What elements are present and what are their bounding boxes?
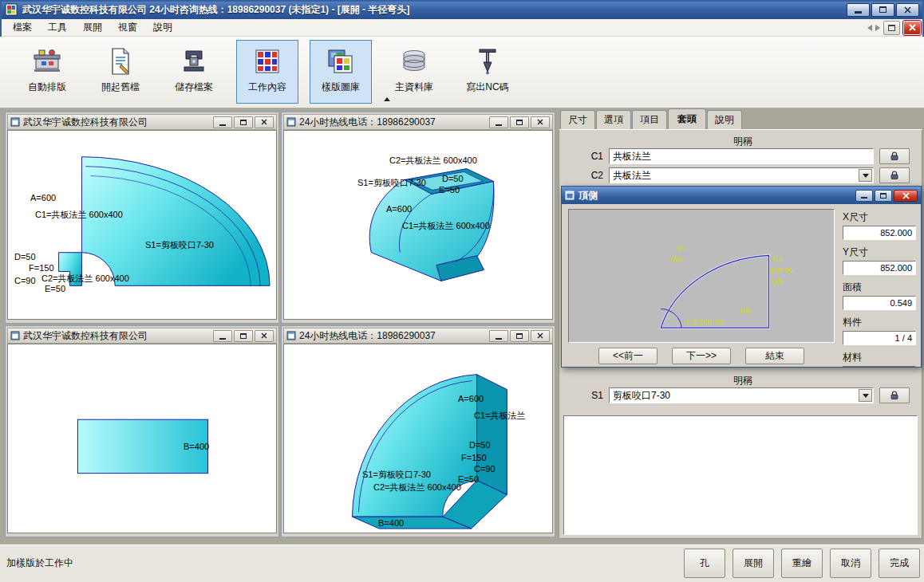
toolbar-template-library-button[interactable]: 樣版圖庫	[310, 40, 372, 104]
database-dropdown-indicator[interactable]	[384, 97, 390, 101]
x-size-label: X尺寸	[843, 210, 916, 224]
panel-tabs: 尺寸 選項 項目 套頭 說明	[560, 110, 743, 129]
child-maximize-button[interactable]	[510, 330, 529, 342]
finish-button[interactable]: 結束	[745, 348, 804, 364]
mdi-restore-button[interactable]	[883, 21, 900, 35]
dialog-maximize-button[interactable]	[875, 190, 892, 202]
close-icon	[261, 119, 267, 125]
preview-label-c1-m: (M)	[772, 277, 782, 285]
unfold-button[interactable]: 展開	[732, 549, 774, 578]
close-icon	[261, 332, 267, 339]
child-window-title: 24小时热线电话：18986290037	[299, 329, 436, 343]
lock-icon	[890, 171, 899, 180]
mdi-close-button[interactable]	[903, 21, 921, 35]
area-value: 0.549	[843, 296, 916, 310]
close-icon	[537, 332, 543, 339]
panel-notes-area	[563, 415, 918, 535]
minimize-icon	[861, 197, 867, 199]
cancel-button[interactable]: 取消	[830, 549, 871, 578]
menu-item-file[interactable]: 檔案	[5, 18, 40, 37]
dim-label-e: E=50	[458, 474, 479, 484]
s1-lock-button[interactable]	[879, 387, 910, 403]
toolbar-main-database-button[interactable]: 主資料庫	[383, 40, 445, 104]
child-titlebar[interactable]: 武汉华宇诚数控科技有限公司	[7, 328, 277, 344]
material-value	[843, 366, 916, 368]
nav-forward-icon[interactable]	[875, 25, 880, 31]
tab-description[interactable]: 說明	[707, 110, 742, 129]
pattern-preview-canvas[interactable]: S1 (M) C1 600.00 (M) C2 600.00 (M)	[568, 209, 835, 343]
minimize-icon	[219, 124, 226, 126]
child-titlebar[interactable]: 武汉华宇诚数控科技有限公司	[7, 114, 277, 130]
child-maximize-button[interactable]	[510, 116, 529, 128]
statusbar: 加樣版於工作中 孔 展開 重繪 取消 完成	[0, 544, 924, 582]
auto-nest-icon	[31, 46, 63, 77]
close-button[interactable]	[896, 3, 919, 17]
elbow-3d-viewport-2[interactable]: A=600 C1=共板法兰 D=50 F=150 C=90 E=50 S1=剪板…	[283, 344, 553, 533]
c2-lock-button[interactable]	[879, 167, 910, 183]
chevron-down-icon	[863, 394, 869, 398]
c2-combobox[interactable]: 共板法兰	[609, 167, 874, 183]
child-titlebar[interactable]: 24小时热线电话：18986290037	[283, 114, 553, 130]
dim-label-a: A=600	[386, 204, 412, 214]
close-icon	[537, 119, 543, 125]
parameter-row-c1: C1 共板法兰	[559, 147, 922, 165]
child-close-button[interactable]	[531, 116, 550, 128]
rectangle-pattern-viewport[interactable]: B=400	[7, 344, 277, 533]
menu-item-tools[interactable]: 工具	[40, 18, 75, 37]
s1-combobox[interactable]: 剪板咬口7-30	[609, 387, 874, 403]
toolbar-work-content-button[interactable]: 工作內容	[236, 40, 298, 104]
menu-item-unfold[interactable]: 展開	[75, 18, 110, 37]
c2-dropdown-arrow[interactable]	[859, 169, 872, 182]
section-header: 明稱	[610, 374, 875, 387]
work-content-icon	[251, 46, 283, 77]
child-close-button[interactable]	[255, 330, 274, 342]
dim-label-c2: C2=共板法兰 600x400	[373, 482, 461, 494]
flat-pattern-viewport[interactable]: A=600 C1=共板法兰 600x400 S1=剪板咬口7-30 D=50 F…	[7, 130, 277, 320]
minimize-button[interactable]	[847, 3, 870, 17]
menu-item-window[interactable]: 視窗	[110, 18, 145, 37]
minimize-icon	[496, 124, 502, 126]
tab-options[interactable]: 選項	[596, 110, 631, 129]
parameter-row-s1: S1 剪板咬口7-30	[559, 387, 922, 404]
dialog-close-button[interactable]	[894, 190, 918, 202]
tab-dimensions[interactable]: 尺寸	[560, 110, 595, 129]
dialog-minimize-button[interactable]	[855, 190, 873, 202]
x-size-field-group: X尺寸 852.000	[843, 210, 916, 240]
child-maximize-button[interactable]	[234, 116, 253, 128]
c2-value: 共板法兰	[613, 169, 651, 183]
child-minimize-button[interactable]	[489, 330, 508, 342]
nav-back-icon[interactable]	[867, 25, 872, 31]
mdi-close-icon	[909, 24, 916, 31]
redraw-button[interactable]: 重繪	[781, 549, 823, 578]
c1-value: 共板法兰	[613, 150, 651, 163]
next-button[interactable]: 下一>>	[672, 348, 731, 364]
maximize-button[interactable]	[871, 3, 894, 17]
save-file-icon	[178, 46, 210, 77]
child-titlebar[interactable]: 24小时热线电话：18986290037	[283, 328, 553, 344]
toolbar-write-nc-button[interactable]: 寫出NC碼	[456, 40, 519, 104]
hole-button[interactable]: 孔	[684, 549, 725, 578]
finish-button[interactable]: 完成	[879, 549, 920, 578]
elbow-3d-viewport[interactable]: C2=共板法兰 600x400 S1=剪板咬口7-30 D=50 E=50 A=…	[283, 130, 553, 320]
toolbar-save-file-button[interactable]: 儲存檔案	[163, 40, 225, 104]
child-minimize-button[interactable]	[213, 330, 232, 342]
previous-button[interactable]: <<前一	[598, 348, 657, 364]
toolbar-label: 開起舊檔	[101, 81, 140, 94]
toolbar-open-file-button[interactable]: 開起舊檔	[89, 40, 152, 104]
child-maximize-button[interactable]	[234, 330, 253, 342]
child-minimize-button[interactable]	[489, 116, 508, 128]
dialog-icon	[565, 191, 575, 200]
c1-lock-button[interactable]	[879, 148, 910, 164]
child-minimize-button[interactable]	[213, 116, 232, 128]
menu-item-help[interactable]: 說明	[145, 18, 180, 37]
dialog-titlebar[interactable]: 頂側	[562, 187, 921, 204]
tab-items[interactable]: 項目	[632, 110, 667, 129]
toolbar-auto-nest-button[interactable]: 自動排版	[16, 40, 78, 104]
c1-field[interactable]: 共板法兰	[609, 148, 874, 164]
s1-dropdown-arrow[interactable]	[859, 389, 872, 402]
child-close-button[interactable]	[255, 116, 274, 128]
dim-label-c1: C1=共板法兰 600x400	[35, 209, 123, 221]
child-close-button[interactable]	[531, 330, 550, 342]
section-header: 明稱	[610, 135, 875, 148]
tab-joints[interactable]: 套頭	[668, 108, 706, 129]
